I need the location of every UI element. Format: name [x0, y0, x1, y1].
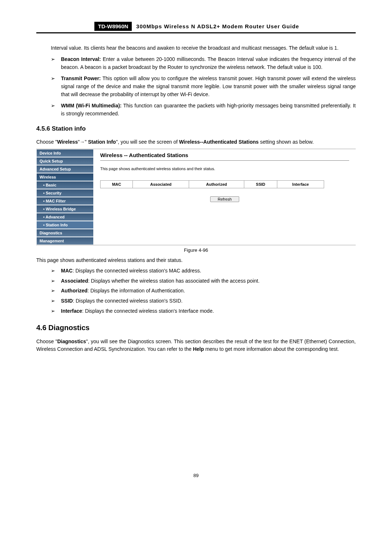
bullet-list-1: Beacon Interval: Enter a value between 2…: [36, 56, 356, 118]
col-mac: MAC: [101, 180, 133, 188]
bold-label: MAC: [61, 268, 73, 274]
col-authorized: Authorized: [189, 180, 244, 188]
bullet-ssid: SSID: Displays the connected wireless st…: [36, 297, 356, 305]
text: setting shown as below.: [259, 139, 314, 145]
bold-wireless: Wireless: [57, 139, 78, 145]
text: menu to get more information about the c…: [204, 346, 339, 352]
text: "→": [78, 139, 88, 145]
ui-screenshot: Device Info Quick Setup Advanced Setup W…: [36, 149, 356, 245]
doc-header: TD-W8960N 300Mbps Wireless N ADSL2+ Mode…: [36, 22, 356, 33]
bold-label: WMM (Wi-Fi Multimedia):: [61, 103, 122, 108]
refresh-button[interactable]: Refresh: [210, 196, 240, 202]
page-shows-text: This page shows authenticated wireless s…: [36, 257, 356, 264]
sidebar-item-quick-setup[interactable]: Quick Setup: [36, 157, 94, 165]
bullet-text: : Displays the information of Authentica…: [87, 288, 185, 294]
bullet-text: This option will allow you to configure …: [61, 75, 356, 97]
sidebar-item-diagnostics[interactable]: Diagnostics: [36, 229, 94, 237]
text: Choose ": [36, 139, 57, 145]
sidebar-item-device-info[interactable]: Device Info: [36, 149, 94, 157]
diagnostics-paragraph: Choose "Diagnostics", you will see the D…: [36, 338, 356, 353]
bullet-text: : Displays whether the wireless station …: [88, 278, 260, 284]
bold-label: Beacon Interval:: [61, 56, 101, 62]
sidebar: Device Info Quick Setup Advanced Setup W…: [36, 149, 94, 245]
stations-table: MAC Associated Authorized SSID Interface: [100, 180, 324, 188]
bold-label: SSID: [61, 298, 73, 304]
sidebar-item-station-info[interactable]: • Station Info: [36, 221, 94, 229]
sidebar-item-advanced-setup[interactable]: Advanced Setup: [36, 165, 94, 173]
col-associated: Associated: [133, 180, 189, 188]
sidebar-item-management[interactable]: Management: [36, 237, 94, 245]
section-heading-station-info: 4.5.6 Station info: [36, 125, 356, 132]
choose-wireless-paragraph: Choose "Wireless"→" Station Info", you w…: [36, 138, 356, 146]
sidebar-item-advanced[interactable]: • Advanced: [36, 213, 94, 221]
intro-paragraph: Interval value. Its clients hear the bea…: [36, 44, 356, 52]
bold-label: Interface: [61, 308, 82, 314]
bullet-text: Enter a value between 20-1000 millisecon…: [61, 56, 356, 70]
model-badge: TD-W8960N: [94, 22, 132, 31]
sidebar-item-wireless[interactable]: Wireless: [36, 173, 94, 181]
page-number: 89: [36, 473, 356, 478]
panel-title: Wireless -- Authenticated Stations: [100, 152, 349, 158]
table-header-row: MAC Associated Authorized SSID Interface: [101, 180, 324, 188]
bullet-wmm: WMM (Wi-Fi Multimedia): This function ca…: [36, 102, 356, 118]
figure-caption: Figure 4-96: [36, 247, 356, 253]
bold-auth-stations: Wireless--Authenticated Stations: [179, 139, 258, 145]
bullet-beacon-interval: Beacon Interval: Enter a value between 2…: [36, 56, 356, 71]
bullet-text: : Displays the connected wireless statio…: [73, 298, 183, 304]
sidebar-item-basic[interactable]: • Basic: [36, 181, 94, 189]
bold-label: Transmit Power:: [61, 75, 101, 81]
refresh-row: Refresh: [100, 196, 349, 202]
col-ssid: SSID: [244, 180, 277, 188]
bullet-text: : Displays the connected wireless statio…: [73, 268, 201, 274]
text: ", you will see the screen of: [116, 139, 179, 145]
sidebar-item-security[interactable]: • Security: [36, 189, 94, 197]
header-title: 300Mbps Wireless N ADSL2+ Modem Router U…: [136, 23, 299, 29]
panel-description: This page shows authenticated wireless s…: [100, 167, 349, 171]
bullet-mac: MAC: Displays the connected wireless sta…: [36, 267, 356, 275]
bullet-transmit-power: Transmit Power: This option will allow y…: [36, 75, 356, 98]
bold-help: Help: [193, 346, 204, 352]
bullet-interface: Interface: Displays the connected wirele…: [36, 307, 356, 315]
bullet-associated: Associated: Displays whether the wireles…: [36, 277, 356, 285]
sidebar-item-mac-filter[interactable]: • MAC Filter: [36, 197, 94, 205]
bold-label: Authorized: [61, 288, 87, 294]
bullet-list-2: MAC: Displays the connected wireless sta…: [36, 267, 356, 315]
col-interface: Interface: [277, 180, 324, 188]
bullet-authorized: Authorized: Displays the information of …: [36, 287, 356, 295]
text: Choose ": [36, 338, 57, 344]
bold-diagnostics: Diagnostics: [57, 338, 86, 344]
bullet-text: : Displays the connected wireless statio…: [82, 308, 214, 314]
section-heading-diagnostics: 4.6 Diagnostics: [36, 324, 356, 332]
bold-station-info: Station Info: [88, 139, 116, 145]
content-panel: Wireless -- Authenticated Stations This …: [94, 149, 356, 245]
divider: [100, 160, 349, 161]
sidebar-item-wireless-bridge[interactable]: • Wireless Bridge: [36, 205, 94, 213]
bold-label: Associated: [61, 278, 88, 284]
